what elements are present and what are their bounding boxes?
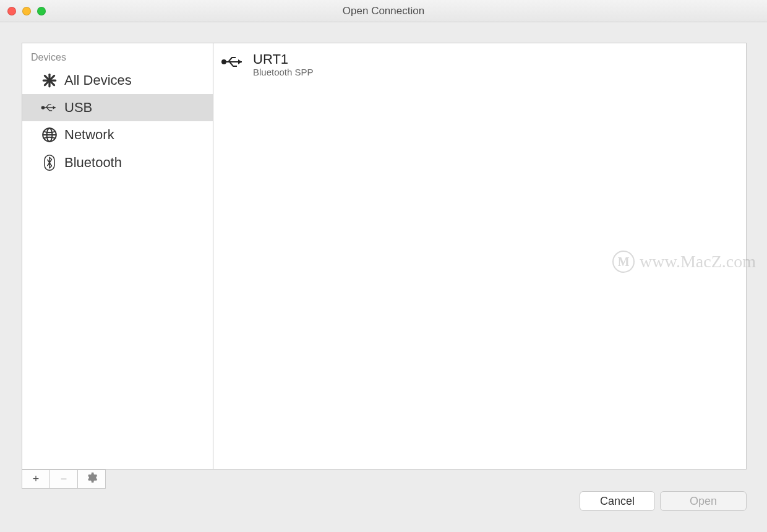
sidebar-item-all-devices[interactable]: All Devices: [22, 67, 213, 94]
device-text: URT1 Bluetooth SPP: [253, 52, 314, 77]
window-controls: [7, 0, 46, 22]
window-title: Open Connection: [343, 5, 424, 17]
sidebar-item-label: Bluetooth: [64, 155, 122, 171]
device-list: URT1 Bluetooth SPP: [213, 43, 747, 470]
svg-point-4: [41, 106, 44, 109]
sidebar-item-network[interactable]: Network: [22, 121, 213, 148]
sidebar-item-bluetooth[interactable]: Bluetooth: [22, 148, 213, 177]
sidebar-item-label: Network: [64, 127, 114, 143]
asterisk-icon: [41, 72, 58, 88]
titlebar: Open Connection: [0, 0, 767, 22]
minus-icon: −: [61, 473, 67, 486]
main-panel: Devices All Devices USB: [22, 43, 747, 470]
add-button[interactable]: +: [22, 470, 50, 489]
remove-button[interactable]: −: [49, 470, 78, 489]
sidebar-item-label: All Devices: [64, 72, 132, 88]
minimize-window-button[interactable]: [22, 7, 31, 15]
globe-icon: [41, 127, 58, 143]
settings-button[interactable]: [77, 470, 106, 489]
zoom-window-button[interactable]: [37, 7, 46, 15]
device-name: URT1: [253, 52, 314, 67]
sidebar-section-header: Devices: [22, 43, 213, 67]
svg-point-11: [222, 60, 226, 64]
cancel-button[interactable]: Cancel: [580, 491, 655, 511]
cancel-button-label: Cancel: [600, 495, 635, 508]
svg-marker-13: [238, 59, 242, 64]
bluetooth-icon: [41, 154, 58, 171]
sidebar-item-usb[interactable]: USB: [22, 94, 213, 121]
sidebar-item-label: USB: [64, 100, 92, 116]
device-subtitle: Bluetooth SPP: [253, 67, 314, 77]
gear-icon: [85, 471, 98, 487]
svg-marker-6: [53, 106, 56, 109]
open-button[interactable]: Open: [660, 491, 747, 511]
usb-plug-icon: [221, 52, 246, 69]
close-window-button[interactable]: [7, 7, 16, 15]
sidebar: Devices All Devices USB: [22, 43, 213, 470]
usb-icon: [41, 102, 58, 113]
device-row[interactable]: URT1 Bluetooth SPP: [221, 48, 739, 81]
plus-icon: +: [33, 473, 40, 486]
open-button-label: Open: [690, 495, 717, 508]
sidebar-toolbar: + −: [22, 470, 106, 489]
